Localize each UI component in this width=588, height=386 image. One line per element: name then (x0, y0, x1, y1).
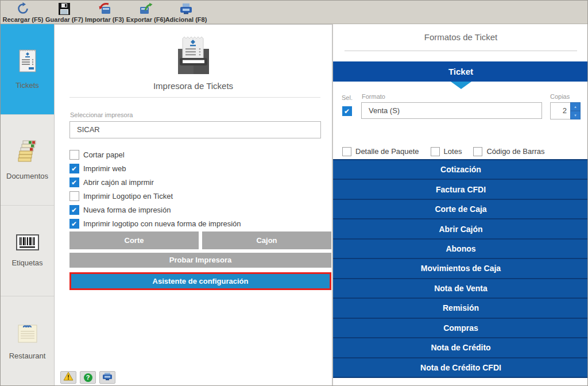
help-icon: ? (84, 373, 92, 382)
additional-icon (179, 2, 194, 16)
sidebar: Tickets Documentos (1, 24, 54, 386)
checkbox-label: Abrir cajón al imprmir (83, 178, 154, 187)
toolbar-additional-button[interactable]: Adicional (F8) (165, 2, 207, 24)
printer-select[interactable]: SICAR (69, 121, 321, 138)
probar-impresora-button[interactable]: Probar Impresora (69, 253, 331, 268)
format-button[interactable]: Movimientos de Caja (333, 258, 588, 277)
formato-label: Formato (362, 93, 385, 100)
checkbox-label: Código de Barras (486, 147, 544, 156)
spinner-up-button[interactable]: ▲ (571, 103, 580, 110)
copias-label: Copias (550, 93, 570, 100)
import-icon (97, 2, 112, 16)
menu-pad-icon (16, 323, 39, 346)
checkbox[interactable] (69, 150, 79, 160)
print-button[interactable] (99, 371, 115, 384)
format-button[interactable]: Abonos (333, 238, 588, 258)
checkbox[interactable] (431, 147, 440, 156)
checkbox[interactable] (342, 147, 351, 156)
printer-option-row: Abrir cajón al imprmir (69, 177, 241, 187)
printer-option-row: Imprimir Logotipo en Ticket (69, 191, 241, 201)
warning-icon (63, 372, 74, 383)
ticket-printer-icon (55, 34, 332, 78)
format-option-row: Detalle de Paquete (342, 146, 419, 156)
checkbox-label: Lotes (444, 147, 462, 156)
format-button[interactable]: Remisión (333, 298, 588, 317)
format-button[interactable]: Corte de Caja (333, 199, 588, 218)
ticket-icon (18, 49, 37, 75)
format-button[interactable]: Nota de Crédito (333, 337, 588, 357)
formato-field[interactable]: Venta (S) (361, 102, 542, 119)
documents-icon (15, 140, 40, 166)
checkbox-label: Cortar papel (83, 150, 125, 159)
export-icon (138, 2, 153, 16)
sidebar-item-tickets[interactable]: Tickets (1, 24, 54, 115)
checkbox-label: Nueva forma de impresión (83, 206, 171, 214)
reload-icon (17, 2, 29, 16)
format-button[interactable]: Nota de Crédito CFDI (333, 357, 588, 378)
toolbar-reload-button[interactable]: Recargar (F5) (2, 2, 44, 24)
toolbar-import-button[interactable]: Importar (F3) (83, 2, 126, 24)
sidebar-item-etiquetas[interactable]: Etiquetas (1, 206, 54, 296)
checkbox-label: Imprimir Logotipo en Ticket (83, 192, 173, 200)
format-button[interactable]: Cotización (333, 159, 588, 179)
printer-option-row: Cortar papel (69, 150, 241, 160)
printer-buttons: Corte Cajon Probar Impresora Asistente d… (69, 231, 331, 290)
ticket-formats-panel: Formatos de Ticket Ticket Sel. Formato V… (332, 24, 588, 386)
barcode-icon (16, 234, 39, 253)
checkbox[interactable] (69, 219, 79, 229)
format-option-row: Código de Barras (473, 146, 544, 156)
footer-icons: ? (60, 371, 115, 384)
chevron-down-icon (451, 82, 471, 89)
corte-button[interactable]: Corte (69, 231, 199, 249)
help-button[interactable]: ? (80, 371, 96, 384)
cajon-button[interactable]: Cajon (202, 231, 331, 249)
ticket-printer-panel: Impresora de Tickets Seleccionar impreso… (54, 24, 332, 386)
checkbox[interactable] (69, 164, 79, 173)
save-icon (59, 2, 70, 16)
format-button[interactable]: Nota de Venta (333, 278, 588, 298)
format-option-row: Lotes (431, 146, 462, 156)
checkbox-label: Imprimir web (83, 164, 126, 173)
toolbar-export-button[interactable]: Exportar (F6) (125, 2, 167, 24)
printer-select-label: Seleccionar impresora (70, 111, 133, 118)
copias-spinner: 2 ▲ ▼ (550, 102, 581, 119)
spinner-down-button[interactable]: ▼ (571, 111, 580, 119)
copias-value[interactable]: 2 (550, 102, 570, 119)
format-button[interactable]: Factura CFDI (333, 179, 588, 198)
toolbar: Recargar (F5) Guardar (F7) Import (1, 1, 588, 24)
print-icon (102, 372, 113, 383)
format-button[interactable]: Abrir Cajón (333, 218, 588, 238)
checkbox[interactable] (69, 205, 79, 215)
sidebar-item-restaurant[interactable]: Restaurant (1, 296, 54, 386)
toolbar-save-button[interactable]: Guardar (F7) (43, 2, 86, 24)
divider (345, 51, 577, 51)
format-buttons-list: Cotización Factura CFDI Corte de Caja Ab… (333, 159, 588, 378)
warning-button[interactable] (60, 371, 76, 384)
checkbox-label: Detalle de Paquete (355, 147, 419, 156)
formats-title: Formatos de Ticket (333, 32, 588, 42)
asistente-configuracion-button[interactable]: Asistente de configuración (69, 272, 331, 290)
ticket-section-header[interactable]: Ticket (333, 61, 588, 82)
checkbox-label: Imprimir logotipo con nueva forma de imp… (83, 219, 241, 228)
checkbox[interactable] (69, 191, 79, 201)
checkbox[interactable] (69, 177, 79, 187)
divider (69, 97, 320, 98)
checkbox[interactable] (473, 147, 482, 156)
printer-option-row: Imprimir web (69, 164, 241, 173)
printer-option-row: Imprimir logotipo con nueva forma de imp… (69, 219, 241, 229)
sel-checkbox[interactable] (342, 106, 352, 116)
printer-option-row: Nueva forma de impresión (69, 205, 241, 215)
sidebar-item-documentos[interactable]: Documentos (1, 115, 54, 206)
format-button[interactable]: Compras (333, 318, 588, 337)
printer-options: Cortar papel Imprimir web Abrir cajón al… (69, 150, 241, 233)
panel-title: Impresora de Tickets (55, 81, 332, 91)
sel-label: Sel. (342, 94, 353, 101)
